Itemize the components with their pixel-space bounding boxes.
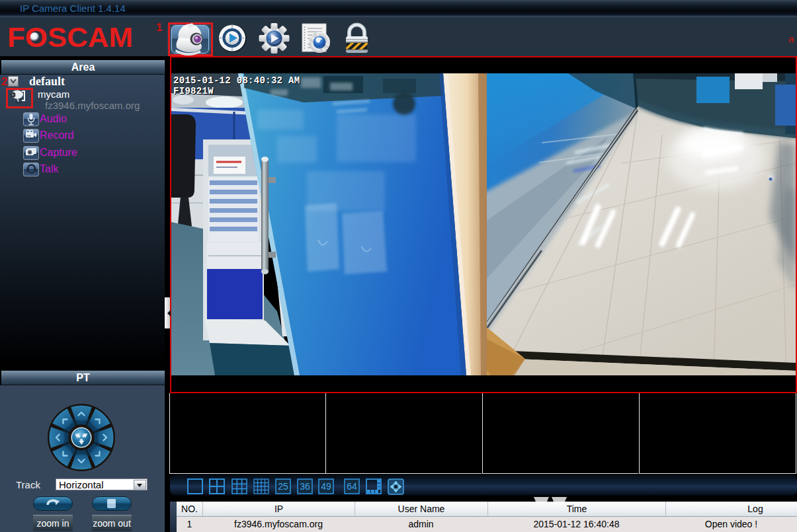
svg-text:49: 49 <box>321 481 331 492</box>
svg-text:25: 25 <box>278 481 288 492</box>
svg-text:64: 64 <box>347 481 357 492</box>
svg-text:FOSCAM: FOSCAM <box>7 22 133 53</box>
svg-text:36: 36 <box>300 481 310 492</box>
